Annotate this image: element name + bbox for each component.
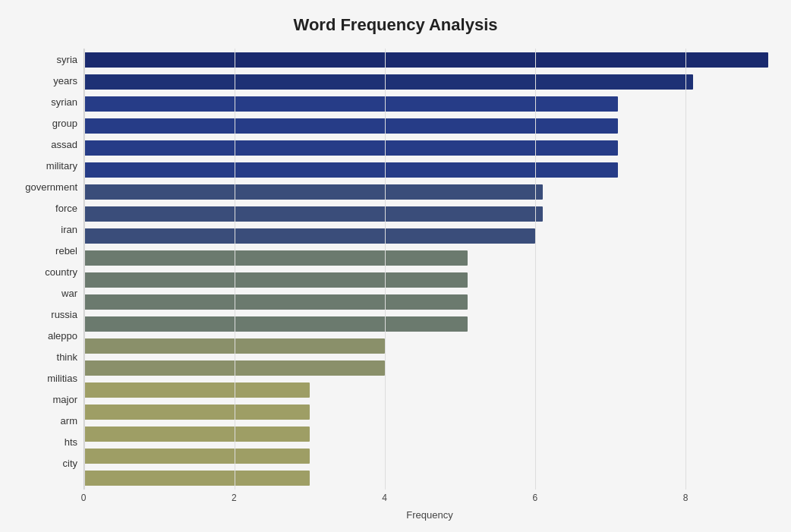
bar — [84, 52, 768, 68]
bar — [84, 471, 310, 486]
bar — [84, 228, 535, 244]
bar-row — [84, 203, 776, 225]
y-label: government — [25, 176, 77, 197]
x-tick-label: 4 — [382, 493, 387, 503]
bar — [84, 96, 618, 112]
bar-row — [84, 335, 776, 357]
bar-row — [84, 357, 776, 379]
bar — [84, 206, 543, 222]
y-label: rebel — [55, 240, 77, 261]
bar — [84, 382, 310, 398]
y-label: military — [46, 155, 77, 176]
bar-row — [84, 313, 776, 335]
x-tick-label: 6 — [532, 493, 537, 503]
x-tick-label: 2 — [232, 493, 237, 503]
bar — [84, 184, 543, 200]
bar-row — [84, 247, 776, 269]
y-label: country — [45, 261, 77, 282]
bar-row — [84, 71, 776, 93]
bar-row — [84, 137, 776, 159]
bar — [84, 118, 618, 134]
y-label: arm — [61, 411, 77, 432]
bar — [84, 74, 693, 90]
y-label: syrian — [51, 91, 77, 112]
bar — [84, 250, 468, 266]
x-tick-label: 0 — [81, 493, 87, 503]
bar-row — [84, 49, 776, 71]
y-label: russia — [51, 304, 77, 326]
y-labels: syriayearssyriangroupassadmilitarygovern… — [15, 49, 84, 474]
x-axis-label: Frequency — [84, 509, 776, 521]
y-label: major — [52, 389, 77, 411]
y-label: group — [52, 112, 77, 134]
bar — [84, 294, 468, 310]
bar — [84, 427, 310, 442]
bar-row — [84, 467, 776, 489]
y-label: militias — [47, 368, 77, 389]
y-label: think — [57, 347, 77, 368]
y-label: iran — [61, 219, 77, 240]
bar — [84, 272, 468, 288]
bars-region — [84, 49, 776, 490]
bar — [84, 405, 310, 420]
bar-row — [84, 225, 776, 247]
bar-row — [84, 159, 776, 181]
bar — [84, 360, 385, 376]
y-label: hts — [65, 432, 77, 453]
y-label: war — [61, 283, 77, 304]
bar — [84, 338, 385, 354]
bar-row — [84, 445, 776, 467]
chart-area: syriayearssyriangroupassadmilitarygovern… — [15, 49, 776, 474]
bar-row — [84, 269, 776, 291]
bar — [84, 140, 618, 156]
bar-row — [84, 401, 776, 423]
bar — [84, 162, 618, 178]
bars-and-x: 02468 Frequency — [84, 49, 776, 474]
bar-row — [84, 181, 776, 203]
bar-row — [84, 93, 776, 115]
y-label: city — [63, 453, 78, 474]
bar-row — [84, 423, 776, 445]
chart-title: Word Frequency Analysis — [15, 15, 776, 35]
bar-row — [84, 291, 776, 313]
y-label: years — [53, 70, 77, 91]
x-axis: 02468 Frequency — [84, 493, 776, 521]
bar — [84, 316, 468, 332]
chart-container: Word Frequency Analysis syriayearssyrian… — [0, 0, 791, 532]
x-tick-label: 8 — [683, 493, 689, 503]
y-label: syria — [57, 49, 77, 70]
bar — [84, 449, 310, 464]
bar-row — [84, 115, 776, 137]
y-label: assad — [51, 134, 77, 155]
y-label: aleppo — [48, 326, 77, 347]
bar-row — [84, 379, 776, 401]
y-label: force — [55, 197, 77, 219]
